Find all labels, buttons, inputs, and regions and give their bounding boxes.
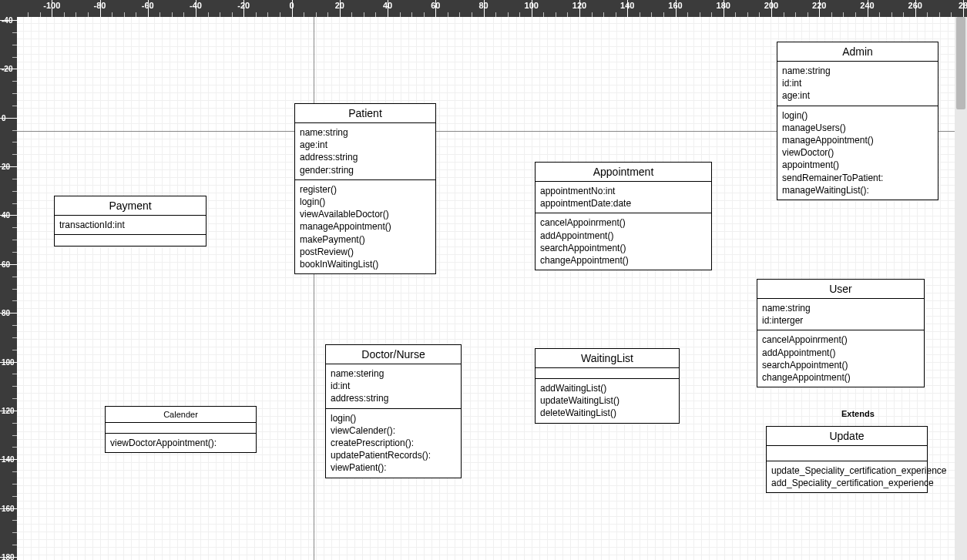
class-update[interactable]: Update update_Speciality_certification_e… [766,426,928,493]
class-operations: addWaitingList() updateWaitingList() del… [536,379,679,423]
class-operations: login() viewCalender(): createPrescripti… [326,409,461,478]
class-attributes: name:stering id:int address:string [326,364,461,409]
class-operations: cancelAppoinrment() addAppointment() sea… [536,213,711,270]
class-payment[interactable]: Payment transactionId:int [54,196,206,246]
class-title: WaitingList [536,349,679,368]
class-operations: cancelAppoinrment() addAppointment() sea… [757,330,924,387]
generalization-label: Extends [841,409,875,418]
class-title: Doctor/Nurse [326,345,461,364]
class-attributes [767,446,927,461]
class-attributes: transactionId:int [55,216,206,235]
class-attributes [536,368,679,379]
class-title: User [757,280,924,299]
edge-layer [17,17,248,132]
ruler-horizontal: 0-100-80-60-40-2002040608010012014016018… [0,0,967,17]
class-user[interactable]: User name:string id:interger cancelAppoi… [757,279,925,387]
scrollbar-thumb[interactable] [956,17,965,109]
class-operations: viewDoctorAppointment(): [106,434,256,452]
class-title: Calender [106,407,256,423]
class-calender[interactable]: Calender viewDoctorAppointment(): [105,406,257,453]
class-appointment[interactable]: Appointment appointmentNo:int appointmen… [535,162,712,270]
class-attributes: name:string id:interger [757,299,924,330]
class-operations [55,235,206,246]
class-attributes: name:string id:int age:int [777,62,938,106]
scrollbar-vertical[interactable] [955,17,967,560]
class-doctor-nurse[interactable]: Doctor/Nurse name:stering id:int address… [325,344,462,478]
diagram-canvas[interactable]: Patient name:string age:int address:stri… [17,17,955,560]
class-admin[interactable]: Admin name:string id:int age:int login()… [777,42,938,200]
class-operations: register() login() viewAvailableDoctor()… [295,180,435,273]
origin-line-vertical [314,17,314,560]
class-attributes [106,423,256,434]
class-title: Patient [295,104,435,123]
class-operations: update_Speciality_certification_experien… [767,461,927,492]
class-title: Admin [777,42,938,62]
ruler-vertical: -40-20020406080100120140160180 [0,0,17,560]
class-attributes: appointmentNo:int appointmentDate:date [536,182,711,213]
class-operations: login() manageUsers() manageAppointment(… [777,106,938,200]
class-patient[interactable]: Patient name:string age:int address:stri… [294,103,436,274]
class-title: Appointment [536,163,711,182]
class-attributes: name:string age:int address:string gende… [295,123,435,180]
class-waitinglist[interactable]: WaitingList addWaitingList() updateWaiti… [535,348,680,424]
ruler-corner [0,0,17,17]
class-title: Payment [55,196,206,216]
class-title: Update [767,427,927,446]
